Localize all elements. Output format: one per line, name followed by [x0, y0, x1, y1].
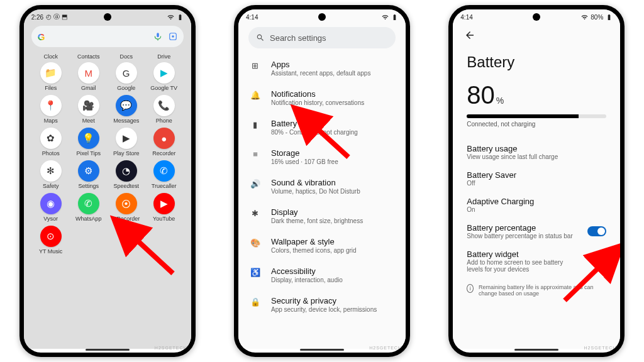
battery-progress-fill: [467, 114, 579, 118]
setting-notifications[interactable]: 🔔NotificationsNotification history, conv…: [247, 83, 393, 112]
info-text: Remaining battery life is approximate an…: [479, 284, 606, 297]
row-title: Battery Saver: [467, 170, 516, 180]
status-battery-pct: 80%: [591, 14, 603, 21]
app-label[interactable]: Contacts: [70, 53, 107, 60]
setting-subtitle: Dark theme, font size, brightness: [271, 217, 363, 224]
app-speedtest[interactable]: ◔Speedtest: [108, 160, 145, 189]
row-subtitle: Off: [467, 180, 516, 187]
toggle-switch[interactable]: [587, 226, 606, 236]
app-icon: ✆: [153, 160, 175, 182]
app-google[interactable]: GGoogle: [108, 62, 145, 91]
app-photos[interactable]: ✿Photos: [33, 128, 69, 156]
storage-icon: ≡: [248, 150, 262, 159]
setting-subtitle: Display, interaction, audio: [271, 277, 343, 283]
app-icon: G: [116, 62, 137, 84]
app-maps[interactable]: 📍Maps: [33, 95, 69, 124]
app-label: YT Music: [39, 248, 62, 255]
apps-icon: ⊞: [248, 61, 262, 70]
app-label[interactable]: Docs: [108, 53, 145, 60]
search-bar[interactable]: G: [31, 26, 184, 47]
app-icon: 📍: [40, 95, 62, 116]
app-label: Truecaller: [152, 183, 177, 189]
status-time: 4:14: [460, 14, 472, 21]
sound-vibration-icon: 🔊: [248, 179, 262, 189]
battery-row-adaptive-charging[interactable]: Adaptive ChargingOn: [467, 192, 606, 218]
setting-security-privacy[interactable]: 🔒Security & privacyApp security, device …: [247, 290, 393, 319]
battery-row-battery-saver[interactable]: Battery SaverOff: [467, 165, 606, 192]
google-g-icon: G: [38, 31, 45, 42]
app-label: YouTube: [153, 216, 175, 222]
app-label: Files: [45, 85, 57, 91]
app-label[interactable]: Clock: [33, 53, 69, 60]
app-truecaller[interactable]: ✆Truecaller: [146, 160, 182, 189]
app-pixel-tips[interactable]: 💡Pixel Tips: [70, 128, 107, 156]
setting-subtitle: Volume, haptics, Do Not Disturb: [271, 188, 360, 195]
app-youtube[interactable]: ▶YouTube: [146, 193, 182, 222]
app-safety[interactable]: ✻Safety: [33, 160, 69, 189]
setting-wallpaper-style[interactable]: 🎨Wallpaper & styleColors, themed icons, …: [247, 231, 393, 260]
app-files[interactable]: 📁Files: [33, 62, 69, 91]
app-icon: ✆: [78, 193, 99, 214]
app-yt-music[interactable]: ⊙YT Music: [33, 226, 69, 255]
app-icon: ▶: [153, 193, 175, 214]
setting-title: Notifications: [271, 89, 364, 99]
setting-battery[interactable]: ▮Battery80% - Connected, not charging: [247, 112, 393, 142]
lens-icon[interactable]: [169, 32, 177, 41]
setting-display[interactable]: ✱DisplayDark theme, font size, brightnes…: [247, 201, 393, 231]
status-time: 4:14: [246, 14, 258, 21]
accessibility-icon: ♿: [248, 268, 262, 277]
app-icon: 🎥: [78, 95, 99, 116]
setting-accessibility[interactable]: ♿AccessibilityDisplay, interaction, audi…: [247, 260, 393, 290]
setting-title: Sound & vibration: [271, 178, 360, 187]
app-label: Speedtest: [113, 183, 139, 189]
setting-sound-vibration[interactable]: 🔊Sound & vibrationVolume, haptics, Do No…: [247, 172, 393, 201]
app-xrecorder[interactable]: ⦿XRecorder: [108, 193, 145, 222]
wifi-icon: [382, 14, 389, 21]
setting-storage[interactable]: ≡Storage16% used · 107 GB free: [247, 142, 393, 172]
battery-icon: [391, 14, 398, 21]
app-gmail[interactable]: MGmail: [70, 62, 107, 91]
setting-apps[interactable]: ⊞AppsAssistant, recent apps, default app…: [247, 53, 393, 83]
app-label: Play Store: [113, 150, 140, 156]
app-label: Photos: [42, 150, 60, 156]
app-google-tv[interactable]: ▶Google TV: [146, 62, 182, 91]
battery-row-battery-usage[interactable]: Battery usageView usage since last full …: [467, 139, 606, 165]
nav-pill[interactable]: [514, 349, 558, 351]
nav-pill[interactable]: [300, 349, 344, 351]
app-icon: ●: [153, 128, 175, 149]
app-meet[interactable]: 🎥Meet: [70, 95, 107, 124]
security-privacy-icon: 🔒: [248, 297, 262, 307]
phone-settings-list: 4:14 Search settings ⊞AppsAssistant, rec…: [234, 5, 410, 357]
app-phone[interactable]: 📞Phone: [146, 95, 182, 124]
app-label: Maps: [44, 118, 58, 124]
nav-pill[interactable]: [86, 349, 130, 351]
watermark: H2SGETECH: [584, 346, 617, 350]
mic-icon[interactable]: [153, 32, 162, 41]
app-label: Settings: [78, 183, 99, 189]
battery-percent: 80: [467, 81, 495, 109]
search-input[interactable]: Search settings: [248, 27, 396, 48]
app-label: Google: [117, 85, 135, 91]
watermark: H2SGETECH: [369, 346, 402, 350]
battery-row-battery-widget[interactable]: Battery widgetAdd to home screen to see …: [467, 244, 606, 278]
app-whatsapp[interactable]: ✆WhatsApp: [70, 193, 107, 222]
app-label: Vysor: [43, 216, 58, 222]
app-label: Safety: [43, 183, 59, 189]
app-vysor[interactable]: ◉Vysor: [33, 193, 69, 222]
back-icon[interactable]: [464, 30, 475, 41]
app-label: Pixel Tips: [76, 150, 101, 156]
app-messages[interactable]: 💬Messages: [108, 95, 145, 124]
battery-row-battery-percentage[interactable]: Battery percentageShow battery percentag…: [467, 218, 606, 244]
app-play-store[interactable]: ▶Play Store: [108, 128, 145, 156]
row-subtitle: On: [467, 206, 534, 213]
info-icon: i: [467, 284, 474, 293]
app-label[interactable]: Drive: [146, 53, 182, 60]
setting-subtitle: Notification history, conversations: [271, 99, 364, 106]
status-indicators: ◴ ⓐ ⬒: [46, 13, 67, 21]
app-settings[interactable]: ⚙Settings: [70, 160, 107, 189]
app-label: Meet: [82, 118, 95, 124]
setting-title: Apps: [271, 60, 370, 69]
app-recorder[interactable]: ●Recorder: [146, 128, 182, 156]
app-icon: ⊙: [40, 226, 62, 247]
battery-progress: [467, 114, 606, 118]
